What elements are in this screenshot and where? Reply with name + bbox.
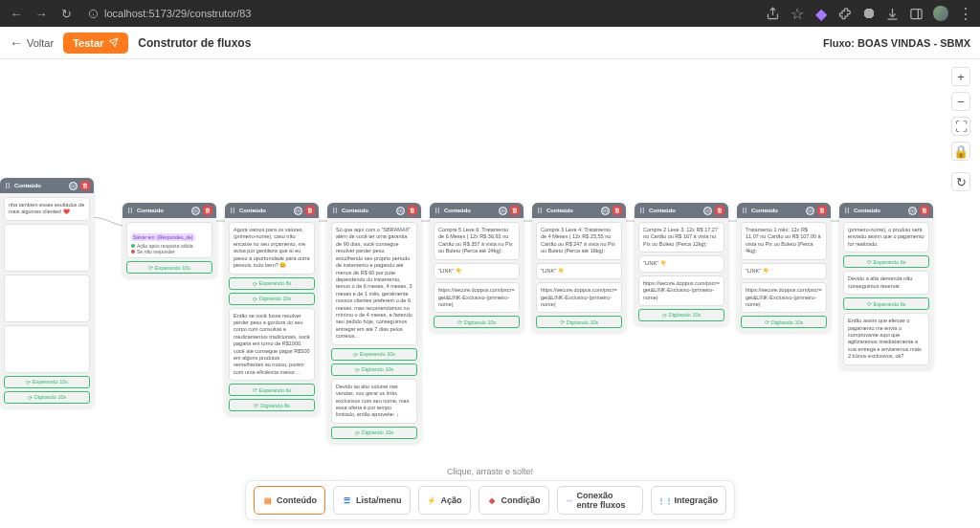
node-timing-pill[interactable]: Esperando 6s bbox=[843, 255, 929, 268]
node-config-button[interactable]: ⋯ bbox=[191, 207, 200, 215]
node-text-block[interactable]: Tratamento 1 mês: 12x R$ 11,07 no Cartão… bbox=[741, 222, 827, 260]
node-text-block[interactable]: "LINK" 👇 bbox=[638, 255, 724, 272]
node-timing-pill[interactable]: Esperando 10s bbox=[4, 376, 90, 388]
node-timing-pill[interactable]: Digitando 10s bbox=[4, 391, 90, 404]
node-config-button[interactable]: ⋯ bbox=[908, 207, 917, 215]
node-text-block[interactable]: "LINK" 👇 bbox=[434, 263, 520, 279]
node-text-block[interactable]: https://secure.doppus.com/pscr=get&LINK-… bbox=[434, 282, 520, 313]
flow-node[interactable]: Conteúdo⋯🗑Compre 2 Leve 3: 12x R$ 17,27 … bbox=[635, 203, 728, 325]
tool-condicao[interactable]: ◆Condição bbox=[479, 486, 549, 515]
test-button[interactable]: Testar bbox=[63, 33, 128, 54]
browser-reload-button[interactable]: ↻ bbox=[57, 5, 75, 22]
node-timing-pill[interactable]: Esperando 6s bbox=[229, 384, 315, 396]
node-timing-pill[interactable]: Esperando 10s bbox=[126, 261, 212, 274]
flow-canvas[interactable]: Conteúdo⋯🗑nha também esses esultados de … bbox=[0, 59, 980, 528]
share-icon[interactable] bbox=[766, 7, 780, 21]
node-text-block[interactable]: Compre 2 Leve 3: 12x R$ 17,27 no Cartão … bbox=[638, 222, 724, 253]
node-timing-pill[interactable]: Digitando 10s bbox=[741, 316, 827, 328]
panel-icon[interactable] bbox=[909, 7, 924, 21]
node-header[interactable]: Conteúdo⋯🗑 bbox=[0, 178, 94, 193]
profile-avatar[interactable] bbox=[933, 6, 948, 21]
node-config-button[interactable]: ⋯ bbox=[601, 207, 610, 215]
node-header[interactable]: Conteúdo⋯🗑 bbox=[430, 203, 523, 218]
back-button[interactable]: ← Voltar bbox=[10, 35, 54, 51]
browser-menu-icon[interactable]: ⋮ bbox=[958, 7, 972, 21]
node-text-block[interactable]: Então se você fosse resolver perder peso… bbox=[229, 308, 315, 382]
node-header[interactable]: Conteúdo⋯🗑 bbox=[327, 203, 421, 218]
fit-view-button[interactable]: ⛶ bbox=[951, 117, 970, 136]
node-timing-pill[interactable]: Digitando 8s bbox=[229, 399, 315, 411]
node-image-placeholder[interactable] bbox=[4, 224, 90, 272]
node-delete-button[interactable]: 🗑 bbox=[612, 206, 622, 215]
node-config-button[interactable]: ⋯ bbox=[294, 207, 302, 215]
flow-node[interactable]: Conteúdo⋯🗑nha também esses esultados de … bbox=[0, 178, 94, 407]
node-delete-button[interactable]: 🗑 bbox=[715, 206, 724, 215]
download-icon[interactable] bbox=[885, 7, 900, 21]
node-delete-button[interactable]: 🗑 bbox=[920, 206, 929, 215]
refresh-button[interactable]: ↻ bbox=[951, 172, 970, 191]
node-delete-button[interactable]: 🗑 bbox=[510, 206, 520, 215]
record-icon[interactable]: ⏺ bbox=[861, 7, 876, 21]
node-text-block[interactable]: Compre 5 Leve 6: Tratamento de 6 Meses |… bbox=[434, 222, 520, 260]
node-text-block[interactable]: nha também esses esultados de mais algum… bbox=[4, 197, 90, 221]
star-icon[interactable]: ☆ bbox=[790, 7, 804, 21]
lock-button[interactable]: 🔒 bbox=[951, 142, 970, 161]
node-text-block[interactable]: Agora vamos para os valores, (primeiro-n… bbox=[229, 222, 315, 275]
flow-node[interactable]: Conteúdo⋯🗑Tratamento 1 mês: 12x R$ 11,07… bbox=[737, 203, 831, 332]
node-timing-pill[interactable]: Esperando 8s bbox=[229, 277, 315, 290]
flow-node[interactable]: Conteúdo⋯🗑Compre 3 Leve 4: Tratamento de… bbox=[532, 203, 626, 332]
flow-node[interactable]: Conteúdo⋯🗑Agora vamos para os valores, (… bbox=[225, 203, 319, 415]
tool-acao[interactable]: ⚡Ação bbox=[418, 486, 471, 515]
zoom-out-button[interactable]: − bbox=[951, 92, 970, 111]
flow-node[interactable]: Conteúdo⋯🗑(primeiro-nome), o produto ser… bbox=[839, 203, 933, 369]
node-delete-button[interactable]: 🗑 bbox=[817, 206, 827, 215]
node-text-block[interactable]: Só que aqui com o "SBRAMAX" além de você… bbox=[331, 222, 417, 345]
tool-integracao[interactable]: ⋮⋮Integração bbox=[651, 486, 726, 515]
node-config-button[interactable]: ⋯ bbox=[703, 207, 712, 215]
browser-forward-button[interactable]: → bbox=[33, 5, 50, 22]
node-text-block[interactable]: https://secure.doppus.com/pscr=get&LINK-… bbox=[741, 282, 827, 313]
address-bar[interactable]: localhost:5173/29/construtor/83 bbox=[82, 8, 758, 19]
node-header[interactable]: Conteúdo⋯🗑 bbox=[532, 203, 626, 218]
node-image-placeholder[interactable] bbox=[4, 275, 90, 322]
browser-back-button[interactable]: ← bbox=[8, 5, 25, 22]
node-header[interactable]: Conteúdo⋯🗑 bbox=[635, 203, 728, 218]
node-text-block[interactable]: Compre 3 Leve 4: Tratamento de 4 Meses |… bbox=[536, 222, 622, 260]
node-timing-pill[interactable]: Digitando 10s bbox=[638, 309, 724, 321]
node-text-block[interactable]: "LINK" 👇 bbox=[741, 263, 827, 279]
node-config-button[interactable]: ⋯ bbox=[396, 207, 405, 215]
flow-node[interactable]: Conteúdo⋯🗑Salvar em: {Respondeu_de}Ação … bbox=[122, 203, 216, 277]
node-header[interactable]: Conteúdo⋯🗑 bbox=[225, 203, 319, 218]
flow-node[interactable]: Conteúdo⋯🗑Compre 5 Leve 6: Tratamento de… bbox=[430, 203, 523, 332]
node-timing-pill[interactable]: Digitando 10s bbox=[434, 316, 520, 328]
node-timing-pill[interactable]: Digitando 10s bbox=[536, 316, 622, 328]
node-config-button[interactable]: ⋯ bbox=[499, 207, 507, 215]
tool-conteudo[interactable]: ▤Conteúdo bbox=[254, 486, 325, 515]
node-header[interactable]: Conteúdo⋯🗑 bbox=[122, 203, 216, 218]
node-header[interactable]: Conteúdo⋯🗑 bbox=[737, 203, 831, 218]
node-text-block[interactable]: Devido a alta demanda não conseguimos re… bbox=[843, 271, 929, 295]
node-config-button[interactable]: ⋯ bbox=[806, 207, 814, 215]
node-text-block[interactable]: https://secure.doppus.com/pscr=get&LINK-… bbox=[536, 282, 622, 313]
node-text-block[interactable]: https://secure.doppus.com/pscr=get&LINK-… bbox=[638, 275, 724, 306]
node-timing-pill[interactable]: Esperando 6s bbox=[843, 297, 929, 310]
flow-node[interactable]: Conteúdo⋯🗑Só que aqui com o "SBRAMAX" al… bbox=[327, 203, 421, 443]
extension-purple-icon[interactable]: ◆ bbox=[813, 7, 828, 21]
node-header[interactable]: Conteúdo⋯🗑 bbox=[839, 203, 933, 218]
zoom-in-button[interactable]: + bbox=[951, 67, 970, 86]
node-timing-pill[interactable]: Digitando 10s bbox=[331, 427, 417, 439]
node-config-button[interactable]: ⋯ bbox=[69, 182, 78, 190]
node-text-block[interactable]: "LINK" 👇 bbox=[536, 263, 622, 279]
node-save-block[interactable]: Salvar em: {Respondeu_de}Ação após respo… bbox=[126, 222, 212, 258]
option-no-reply[interactable]: Se não responder bbox=[131, 249, 208, 254]
node-timing-pill[interactable]: Esperando 10s bbox=[331, 348, 417, 361]
extensions-icon[interactable] bbox=[837, 7, 852, 21]
node-delete-button[interactable]: 🗑 bbox=[305, 206, 315, 215]
node-timing-pill[interactable]: Digitando 10s bbox=[331, 363, 417, 376]
node-timing-pill[interactable]: Digitando 10s bbox=[229, 293, 315, 305]
node-text-block[interactable]: Então assim que efetuar o pagamento me e… bbox=[843, 313, 929, 365]
node-image-placeholder[interactable] bbox=[4, 325, 90, 373]
node-text-block[interactable]: Devido ao alto volume nas vendas, vou ge… bbox=[331, 379, 417, 424]
node-delete-button[interactable]: 🗑 bbox=[80, 181, 90, 190]
tool-conexao[interactable]: ↔Conexão entre fluxos bbox=[557, 486, 644, 515]
